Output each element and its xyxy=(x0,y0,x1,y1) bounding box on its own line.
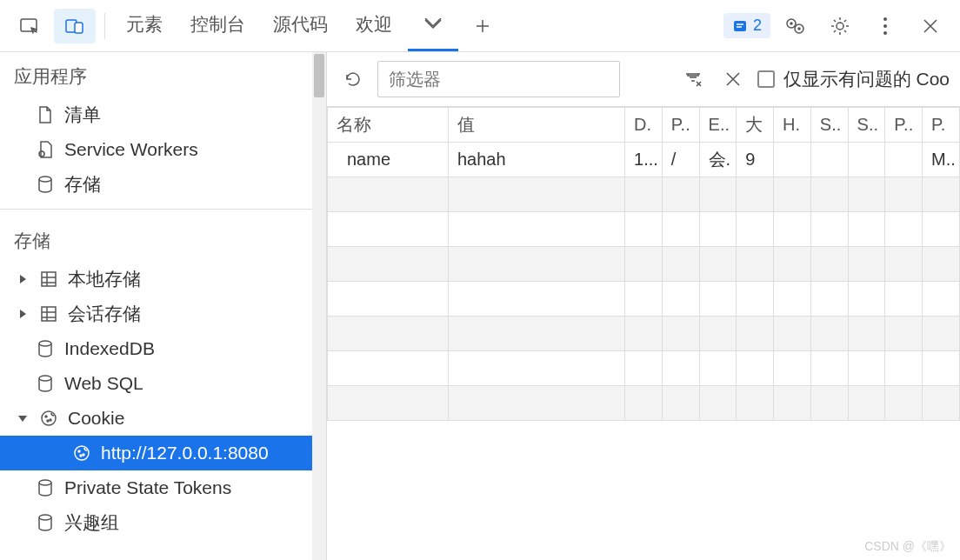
cell-partition[interactable] xyxy=(885,143,923,177)
sidebar-label: 存储 xyxy=(64,172,101,197)
performance-icon[interactable] xyxy=(774,9,816,43)
sidebar-label: 本地存储 xyxy=(68,267,141,291)
sidebar-item-interest-groups[interactable]: 兴趣组 xyxy=(0,505,326,540)
sidebar-label: Web SQL xyxy=(64,373,143,394)
svg-point-21 xyxy=(47,420,49,422)
application-sidebar: 应用程序 清单 Service Workers 存储 存储 本地存储 会话存储 … xyxy=(0,52,327,560)
cell-domain[interactable]: 1... xyxy=(625,143,663,177)
inspect-element-icon[interactable] xyxy=(9,9,50,43)
cell-name[interactable]: name xyxy=(328,143,449,177)
top-toolbar: 元素 控制台 源代码 欢迎 2 xyxy=(0,0,960,52)
sidebar-item-private-state-tokens[interactable]: Private State Tokens xyxy=(0,470,326,505)
sidebar-item-service-workers[interactable]: Service Workers xyxy=(0,132,326,167)
sidebar-label: 清单 xyxy=(64,103,101,127)
sidebar-item-indexeddb[interactable]: IndexedDB xyxy=(0,331,326,366)
col-value[interactable]: 值 xyxy=(448,108,624,143)
scrollbar-track[interactable] xyxy=(312,52,326,560)
refresh-button[interactable] xyxy=(337,63,369,95)
svg-point-7 xyxy=(798,28,800,30)
file-icon xyxy=(35,104,56,125)
sidebar-item-websql[interactable]: Web SQL xyxy=(0,366,326,401)
svg-point-10 xyxy=(883,24,887,28)
svg-point-8 xyxy=(837,23,843,30)
col-path[interactable]: P.. xyxy=(662,108,699,143)
cookie-icon xyxy=(71,443,92,463)
separator xyxy=(104,13,105,39)
watermark: CSDN @《嘿》 xyxy=(864,539,951,555)
svg-rect-3 xyxy=(734,21,746,31)
close-devtools-icon[interactable] xyxy=(910,9,951,43)
svg-point-24 xyxy=(83,454,84,456)
cell-size[interactable]: 9 xyxy=(737,143,774,177)
cell-secure[interactable] xyxy=(810,143,848,177)
cell-samesite[interactable] xyxy=(848,143,885,177)
col-expires[interactable]: E.. xyxy=(699,108,737,143)
tab-more-indicator[interactable] xyxy=(408,1,458,51)
sidebar-label: Private State Tokens xyxy=(64,477,231,498)
collapse-arrow-icon[interactable] xyxy=(16,414,30,423)
table-row-empty xyxy=(328,282,960,317)
issues-badge[interactable]: 2 xyxy=(723,13,770,38)
sidebar-item-session-storage[interactable]: 会话存储 xyxy=(0,297,326,331)
cell-path[interactable]: / xyxy=(662,143,699,177)
clear-filter-button[interactable] xyxy=(677,63,709,95)
col-priority[interactable]: P. xyxy=(923,108,960,143)
svg-point-11 xyxy=(883,31,887,35)
gear-file-icon xyxy=(35,139,56,160)
col-name[interactable]: 名称 xyxy=(328,108,449,143)
cell-value[interactable]: hahah xyxy=(448,143,624,177)
only-issues-checkbox[interactable] xyxy=(757,70,775,88)
kebab-menu-icon[interactable] xyxy=(864,9,906,43)
scrollbar-thumb[interactable] xyxy=(314,54,324,97)
only-issues-label: 仅显示有问题的 Coo xyxy=(783,67,950,91)
svg-rect-14 xyxy=(42,272,56,286)
sidebar-label: IndexedDB xyxy=(64,338,155,359)
section-application: 应用程序 xyxy=(0,52,326,97)
sidebar-item-local-storage[interactable]: 本地存储 xyxy=(0,262,326,297)
tab-welcome[interactable]: 欢迎 xyxy=(343,1,404,51)
col-domain[interactable]: D. xyxy=(625,108,663,143)
filter-input[interactable] xyxy=(377,61,620,97)
sidebar-item-cookie-origin[interactable]: http://127.0.0.1:8080 xyxy=(0,436,326,470)
svg-point-22 xyxy=(75,446,89,460)
col-secure[interactable]: S.. xyxy=(810,108,848,143)
tab-elements[interactable]: 元素 xyxy=(114,1,175,51)
table-row-empty xyxy=(328,177,960,212)
col-httponly[interactable]: H. xyxy=(774,108,811,143)
settings-icon[interactable] xyxy=(819,9,861,43)
svg-point-27 xyxy=(39,515,51,520)
table-row-empty xyxy=(328,386,960,421)
tab-console[interactable]: 控制台 xyxy=(178,1,257,51)
sidebar-item-manifest[interactable]: 清单 xyxy=(0,97,326,132)
col-size[interactable]: 大 xyxy=(737,108,774,143)
device-toolbar-icon[interactable] xyxy=(54,9,96,43)
expand-arrow-icon[interactable] xyxy=(16,309,30,319)
expand-arrow-icon[interactable] xyxy=(16,274,30,284)
svg-point-18 xyxy=(42,411,56,425)
svg-point-17 xyxy=(39,376,51,381)
table-row[interactable]: name hahah 1... / 会. 9 M.. xyxy=(328,143,960,177)
col-samesite[interactable]: S.. xyxy=(848,108,885,143)
issues-count: 2 xyxy=(753,17,762,35)
delete-cookie-button[interactable] xyxy=(717,63,749,95)
sidebar-label: 兴趣组 xyxy=(64,510,119,535)
cell-expires[interactable]: 会. xyxy=(699,143,737,177)
sidebar-label: 会话存储 xyxy=(68,302,141,326)
section-storage: 存储 xyxy=(0,217,326,262)
database-icon xyxy=(35,477,56,498)
grid-icon xyxy=(38,303,59,324)
svg-point-6 xyxy=(790,23,792,24)
cell-priority[interactable]: M.. xyxy=(923,143,960,177)
sidebar-item-storage-overview[interactable]: 存储 xyxy=(0,167,326,202)
database-icon xyxy=(35,373,56,394)
svg-point-25 xyxy=(80,455,82,457)
grid-icon xyxy=(38,269,59,290)
cell-httponly[interactable] xyxy=(774,143,811,177)
sidebar-label: Cookie xyxy=(68,408,124,429)
col-partition[interactable]: P.. xyxy=(885,108,923,143)
sidebar-item-cookie[interactable]: Cookie xyxy=(0,401,326,436)
svg-point-16 xyxy=(39,341,51,346)
tab-sources[interactable]: 源代码 xyxy=(261,1,340,51)
add-tab-button[interactable] xyxy=(462,9,503,43)
svg-point-19 xyxy=(45,416,47,417)
